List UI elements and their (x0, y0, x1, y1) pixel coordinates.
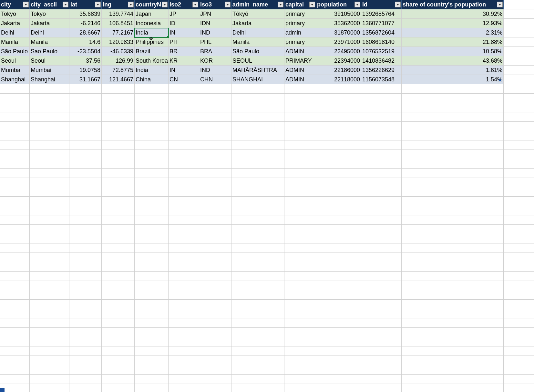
empty-cell[interactable] (199, 159, 231, 169)
empty-cell[interactable] (361, 169, 402, 178)
empty-cell[interactable] (402, 140, 504, 150)
empty-cell[interactable] (316, 384, 361, 392)
cell-capital[interactable]: admin (284, 28, 316, 37)
empty-cell[interactable] (231, 309, 284, 318)
empty-cell[interactable] (361, 131, 402, 140)
cell-iso3[interactable]: JPN (199, 9, 231, 19)
empty-cell[interactable] (69, 169, 102, 178)
empty-cell[interactable] (69, 365, 102, 375)
empty-cell[interactable] (361, 290, 402, 300)
empty-cell[interactable] (199, 309, 231, 318)
empty-cell[interactable] (504, 112, 534, 122)
empty-cell[interactable] (0, 253, 30, 262)
empty-cell[interactable] (284, 225, 316, 234)
empty-cell[interactable] (30, 375, 69, 384)
cell-lng[interactable]: 121.4667 (102, 75, 135, 84)
cell-population[interactable]: 35362000 (316, 19, 361, 28)
empty-cell[interactable] (316, 84, 361, 94)
empty-cell[interactable] (231, 262, 284, 272)
cell-city[interactable]: Tokyo (0, 9, 30, 19)
empty-cell[interactable] (135, 225, 169, 234)
empty-cell[interactable] (402, 281, 504, 290)
empty-cell[interactable] (504, 290, 534, 300)
empty-cell[interactable] (30, 272, 69, 281)
empty-cell[interactable] (504, 9, 534, 19)
empty-cell[interactable] (102, 243, 135, 253)
empty-cell[interactable] (30, 281, 69, 290)
empty-cell[interactable] (0, 103, 30, 112)
empty-cell[interactable] (69, 234, 102, 243)
cell-id[interactable]: 1360771077 (361, 19, 402, 28)
empty-cell[interactable] (231, 290, 284, 300)
cell-capital[interactable]: ADMIN (284, 75, 316, 84)
empty-cell[interactable] (316, 131, 361, 140)
empty-cell[interactable] (316, 187, 361, 197)
empty-cell[interactable] (0, 290, 30, 300)
empty-cell[interactable] (169, 206, 199, 215)
cell-city_ascii[interactable]: Tokyo (30, 9, 69, 19)
cell-id[interactable]: 1608618140 (361, 37, 402, 47)
cell-admin_name[interactable]: SEOUL (231, 56, 284, 66)
cell-share[interactable]: 43.68% (402, 56, 504, 66)
empty-cell[interactable] (0, 159, 30, 169)
empty-cell[interactable] (30, 197, 69, 206)
empty-cell[interactable] (316, 346, 361, 356)
empty-cell[interactable] (316, 290, 361, 300)
empty-cell[interactable] (361, 375, 402, 384)
empty-cell[interactable] (231, 150, 284, 159)
empty-cell[interactable] (0, 94, 30, 103)
empty-cell[interactable] (284, 150, 316, 159)
empty-cell[interactable] (231, 103, 284, 112)
empty-cell[interactable] (69, 384, 102, 392)
empty-cell[interactable] (169, 375, 199, 384)
cell-iso3[interactable]: IDN (199, 19, 231, 28)
empty-cell[interactable] (316, 300, 361, 309)
empty-cell[interactable] (504, 243, 534, 253)
empty-cell[interactable] (504, 131, 534, 140)
empty-cell[interactable] (284, 197, 316, 206)
empty-cell[interactable] (284, 281, 316, 290)
empty-cell[interactable] (135, 346, 169, 356)
empty-cell[interactable] (0, 337, 30, 346)
cell-capital[interactable]: primary (284, 19, 316, 28)
empty-cell[interactable] (102, 309, 135, 318)
empty-cell[interactable] (284, 169, 316, 178)
cell-population[interactable]: 22118000 (316, 75, 361, 84)
empty-cell[interactable] (199, 122, 231, 131)
empty-cell[interactable] (504, 159, 534, 169)
empty-cell[interactable] (135, 234, 169, 243)
empty-cell[interactable] (69, 337, 102, 346)
empty-cell[interactable] (402, 253, 504, 262)
empty-cell[interactable] (402, 94, 504, 103)
empty-cell[interactable] (402, 206, 504, 215)
empty-cell[interactable] (361, 206, 402, 215)
filter-dropdown-icon[interactable] (128, 2, 134, 7)
empty-cell[interactable] (135, 337, 169, 346)
cell-share[interactable]: 30.92% (402, 9, 504, 19)
empty-cell[interactable] (102, 150, 135, 159)
empty-cell[interactable] (231, 159, 284, 169)
empty-cell[interactable] (102, 178, 135, 187)
empty-cell[interactable] (504, 365, 534, 375)
empty-cell[interactable] (199, 346, 231, 356)
cell-population[interactable]: 39105000 (316, 9, 361, 19)
empty-cell[interactable] (316, 94, 361, 103)
cell-id[interactable]: 1356872604 (361, 28, 402, 37)
empty-cell[interactable] (504, 84, 534, 94)
cell-admin_name[interactable]: SHANGHAI (231, 75, 284, 84)
empty-cell[interactable] (0, 178, 30, 187)
empty-cell[interactable] (0, 281, 30, 290)
empty-cell[interactable] (316, 159, 361, 169)
cell-iso3[interactable]: BRA (199, 47, 231, 56)
empty-cell[interactable] (30, 150, 69, 159)
empty-cell[interactable] (135, 178, 169, 187)
cell-capital[interactable]: ADMIN (284, 66, 316, 75)
empty-cell[interactable] (231, 365, 284, 375)
empty-cell[interactable] (284, 253, 316, 262)
cell-city_ascii[interactable]: Jakarta (30, 19, 69, 28)
empty-cell[interactable] (199, 253, 231, 262)
empty-cell[interactable] (0, 262, 30, 272)
cell-city[interactable]: Shanghai (0, 75, 30, 84)
empty-cell[interactable] (0, 365, 30, 375)
empty-cell[interactable] (231, 328, 284, 337)
